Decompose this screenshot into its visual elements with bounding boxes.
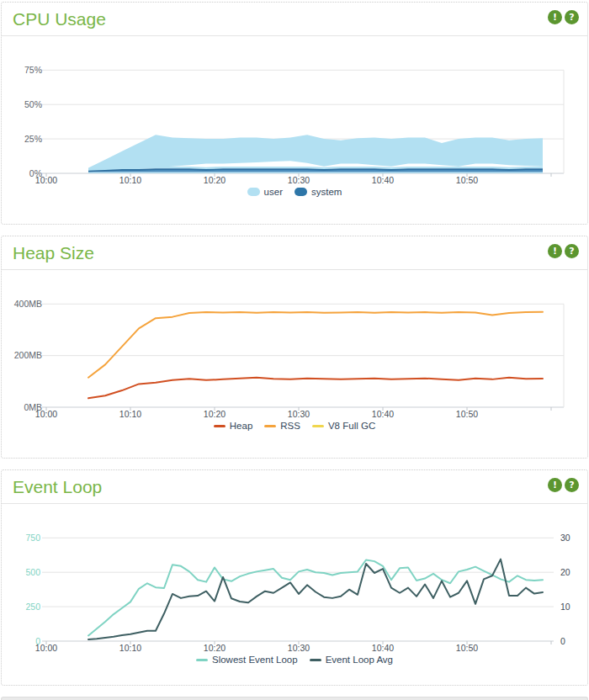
heap-heap-line [88,378,543,399]
cpu-header-icons: ! ? [548,8,579,24]
x-tick-label: 10:10 [119,409,141,419]
left-y-tick-label: 0 [35,636,40,646]
legend-item[interactable]: V8 Full GC [312,421,375,431]
right-y-tick-label: 10 [560,602,570,612]
panel-event-loop: Event Loop ! ? 10:0010:1010:2010:3010:40… [1,469,588,686]
cpu-chart-legend: usersystem [2,187,587,197]
legend-swatch [294,188,307,196]
right-y-tick-label: 0 [560,636,565,646]
x-tick-label: 10:50 [456,643,478,653]
right-y-tick-label: 30 [560,533,570,543]
left-y-tick-label: 250 [25,602,40,612]
next-panel-peek [1,697,588,700]
event-loop-avg-line [88,559,543,639]
legend-item[interactable]: Slowest Event Loop [196,655,298,665]
x-tick-label: 10:40 [372,409,394,419]
x-tick-label: 10:10 [119,643,141,653]
legend-swatch [214,425,226,427]
x-tick-label: 10:40 [372,175,394,185]
cpu-user-base-strip [88,172,543,173]
y-tick-label: 0% [29,168,42,178]
y-tick-label: 25% [24,134,42,144]
heap-rss-line [88,312,543,378]
heap-panel-header: Heap Size ! ? [2,236,587,270]
eventloop-chart-body: 10:0010:1010:2010:3010:4010:500025010500… [2,504,587,686]
heap-panel-title: Heap Size [13,242,94,264]
panel-heap-size: Heap Size ! ? 10:0010:1010:2010:3010:401… [1,236,588,459]
legend-item[interactable]: Event Loop Avg [310,655,393,665]
x-tick-label: 10:50 [456,175,478,185]
x-tick-label: 10:30 [288,643,310,653]
heap-chart-legend: HeapRSSV8 Full GC [2,421,587,431]
cpu-chart-body: 10:0010:1010:2010:3010:4010:500%25%50%75… [2,36,587,225]
legend-label: Slowest Event Loop [212,655,298,665]
cpu-panel-header: CPU Usage ! ? [2,3,587,36]
alert-icon[interactable]: ! [548,478,562,492]
panel-cpu-usage: CPU Usage ! ? 10:0010:1010:2010:3010:401… [1,2,588,225]
help-icon[interactable]: ? [565,10,579,24]
slowest-event-loop-line [88,559,543,635]
legend-label: V8 Full GC [328,421,375,431]
legend-item[interactable]: system [294,187,342,197]
left-y-tick-label: 500 [25,567,40,577]
legend-swatch [264,425,276,427]
eventloop-chart-legend: Slowest Event LoopEvent Loop Avg [2,655,587,665]
cpu-panel-title: CPU Usage [13,8,106,30]
legend-swatch [247,188,260,196]
y-tick-label: 75% [24,65,42,75]
x-tick-label: 10:40 [372,643,394,653]
cpu-user-area [88,135,543,172]
legend-item[interactable]: user [247,187,283,197]
left-y-tick-label: 750 [25,533,40,543]
right-y-tick-label: 20 [560,567,570,577]
help-icon[interactable]: ? [565,244,579,258]
legend-swatch [312,425,324,427]
x-tick-label: 10:20 [204,409,226,419]
dashboard-page: CPU Usage ! ? 10:0010:1010:2010:3010:401… [0,0,589,700]
help-icon[interactable]: ? [565,478,579,492]
y-tick-label: 0MB [24,402,42,412]
x-tick-label: 10:20 [204,643,226,653]
x-tick-label: 10:10 [119,175,141,185]
alert-icon[interactable]: ! [548,10,562,24]
heap-chart-body: 10:0010:1010:2010:3010:4010:500MB200MB40… [2,270,587,459]
legend-item[interactable]: RSS [264,421,300,431]
legend-label: user [264,187,283,197]
legend-label: system [311,187,342,197]
legend-swatch [310,659,321,661]
legend-label: RSS [280,421,300,431]
legend-swatch [196,659,208,661]
legend-label: Heap [230,421,253,431]
eventloop-panel-title: Event Loop [13,476,102,498]
x-tick-label: 10:20 [204,175,226,185]
eventloop-panel-header: Event Loop ! ? [2,470,587,504]
y-tick-label: 200MB [14,350,42,360]
x-tick-label: 10:30 [288,175,310,185]
y-tick-label: 50% [24,99,42,109]
legend-label: Event Loop Avg [326,655,393,665]
eventloop-header-icons: ! ? [548,476,579,492]
x-tick-label: 10:50 [456,409,478,419]
x-tick-label: 10:30 [288,409,310,419]
y-tick-label: 400MB [14,299,42,309]
legend-item[interactable]: Heap [214,421,253,431]
heap-header-icons: ! ? [548,242,579,258]
alert-icon[interactable]: ! [548,244,562,258]
